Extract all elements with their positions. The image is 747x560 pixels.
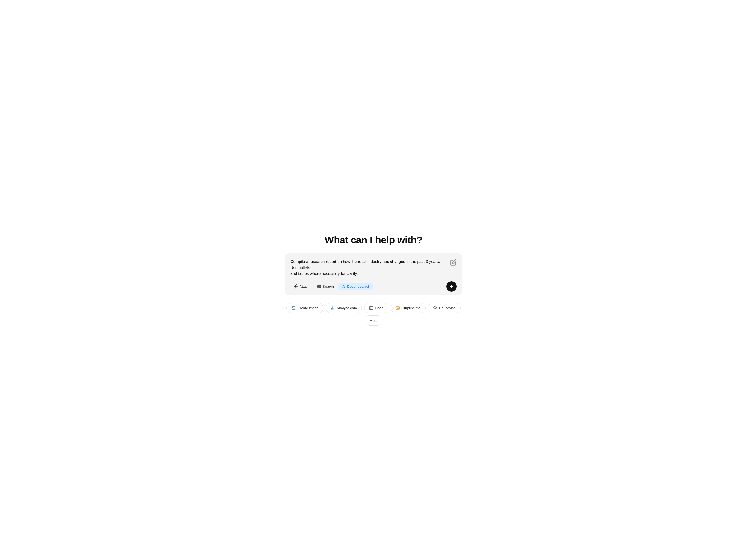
create-image-label: Create image	[298, 306, 318, 310]
more-button[interactable]: More	[365, 316, 382, 325]
attach-button[interactable]: Attach	[290, 283, 313, 291]
toolbar-row: Attach Search	[290, 282, 457, 292]
more-label: More	[369, 319, 378, 322]
main-container: What can I help with? Compile a research…	[285, 235, 462, 325]
toolbar-left: Attach Search	[290, 283, 373, 291]
edit-icon[interactable]	[450, 259, 457, 266]
svg-rect-10	[396, 306, 400, 310]
send-button[interactable]	[446, 282, 457, 292]
surprise-me-label: Surprise me	[402, 306, 421, 310]
input-text[interactable]: Compile a research report on how the ret…	[290, 259, 447, 277]
code-button[interactable]: Code	[364, 303, 388, 313]
get-advice-button[interactable]: Get advice	[428, 303, 461, 313]
surprise-me-button[interactable]: Surprise me	[391, 303, 426, 313]
create-image-button[interactable]: Create image	[286, 303, 323, 313]
input-area: Compile a research report on how the ret…	[285, 253, 462, 295]
svg-point-12	[398, 308, 399, 309]
page-title: What can I help with?	[325, 235, 422, 246]
svg-point-11	[397, 308, 397, 309]
deep-research-button[interactable]: Deep research	[338, 283, 373, 291]
code-label: Code	[375, 306, 384, 310]
svg-point-5	[293, 307, 293, 308]
analyze-data-label: Analyze data	[337, 306, 357, 310]
search-button[interactable]: Search	[314, 283, 337, 291]
input-text-row: Compile a research report on how the ret…	[290, 259, 457, 277]
analyze-data-button[interactable]: Analyze data	[326, 303, 362, 313]
get-advice-label: Get advice	[439, 306, 456, 310]
action-buttons: Create image Analyze data Code	[285, 303, 462, 325]
